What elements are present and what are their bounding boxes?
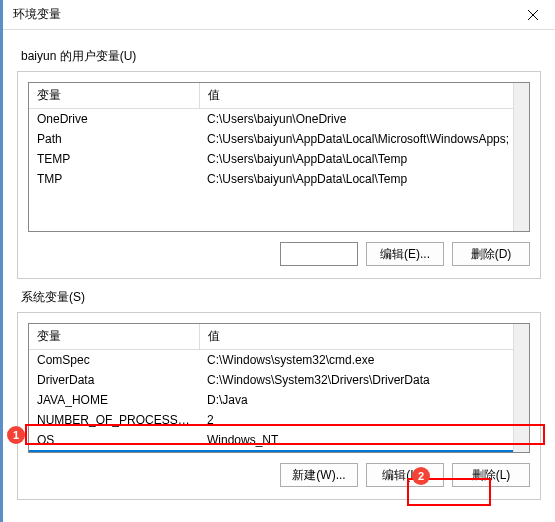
sys-vars-table-wrap: 变量 值 ComSpecC:\Windows\system32\cmd.exeD… [28, 323, 530, 453]
window-title: 环境变量 [13, 6, 61, 23]
user-col-value[interactable]: 值 [199, 83, 529, 109]
cell-var-name: Path [29, 450, 199, 453]
annotation-badge-1: 1 [7, 426, 25, 444]
sys-scrollbar[interactable] [513, 324, 529, 452]
sys-col-name[interactable]: 变量 [29, 324, 199, 350]
table-row[interactable]: DriverDataC:\Windows\System32\Drivers\Dr… [29, 370, 529, 390]
user-vars-table-wrap: 变量 值 OneDriveC:\Users\baiyun\OneDrivePat… [28, 82, 530, 232]
cell-var-value: C:\Users\baiyun\OneDrive [199, 109, 529, 130]
user-vars-label: baiyun 的用户变量(U) [21, 48, 537, 65]
cell-var-name: DriverData [29, 370, 199, 390]
table-row[interactable]: TMPC:\Users\baiyun\AppData\Local\Temp [29, 169, 529, 189]
sys-vars-label: 系统变量(S) [21, 289, 537, 306]
titlebar: 环境变量 [3, 0, 555, 30]
sys-col-value[interactable]: 值 [199, 324, 529, 350]
sys-new-button[interactable]: 新建(W)... [280, 463, 358, 487]
cell-var-name: ComSpec [29, 350, 199, 371]
cell-var-value: C:\Users\baiyun\AppData\Local\Temp [199, 169, 529, 189]
cell-var-value: 2 [199, 410, 529, 430]
cell-var-name: JAVA_HOME [29, 390, 199, 410]
user-button-row: 编辑(E)... 删除(D) [28, 242, 530, 266]
user-vars-group: 变量 值 OneDriveC:\Users\baiyun\OneDrivePat… [17, 71, 541, 279]
table-row[interactable]: OneDriveC:\Users\baiyun\OneDrive [29, 109, 529, 130]
sys-delete-button[interactable]: 删除(L) [452, 463, 530, 487]
close-button[interactable] [510, 0, 555, 30]
user-edit-button[interactable]: 编辑(E)... [366, 242, 444, 266]
annotation-badge-2: 2 [412, 467, 430, 485]
cell-var-value: C:\Windows\System32\Drivers\DriverData [199, 370, 529, 390]
cell-var-name: Path [29, 129, 199, 149]
dialog-content: baiyun 的用户变量(U) 变量 值 OneDriveC:\Users\ba… [3, 30, 555, 518]
table-row[interactable]: JAVA_HOMED:\Java [29, 390, 529, 410]
sys-edit-button[interactable]: 编辑(I)... [366, 463, 444, 487]
table-row[interactable]: PathC:\Program Files (x86)\Common Files\… [29, 450, 529, 453]
cell-var-name: TMP [29, 169, 199, 189]
cell-var-value: D:\Java [199, 390, 529, 410]
user-delete-button[interactable]: 删除(D) [452, 242, 530, 266]
cell-var-name: OneDrive [29, 109, 199, 130]
user-vars-table[interactable]: 变量 值 OneDriveC:\Users\baiyun\OneDrivePat… [29, 83, 529, 189]
sys-button-row: 新建(W)... 编辑(I)... 删除(L) [28, 463, 530, 487]
close-icon [528, 10, 538, 20]
cell-var-name: NUMBER_OF_PROCESSORS [29, 410, 199, 430]
cell-var-value: C:\Program Files (x86)\Common Files\Orac… [199, 450, 529, 453]
user-scrollbar[interactable] [513, 83, 529, 231]
cell-var-value: C:\Windows\system32\cmd.exe [199, 350, 529, 371]
cell-var-name: TEMP [29, 149, 199, 169]
user-col-name[interactable]: 变量 [29, 83, 199, 109]
table-row[interactable]: ComSpecC:\Windows\system32\cmd.exe [29, 350, 529, 371]
cell-var-name: OS [29, 430, 199, 450]
table-row[interactable]: PathC:\Users\baiyun\AppData\Local\Micros… [29, 129, 529, 149]
table-row[interactable]: TEMPC:\Users\baiyun\AppData\Local\Temp [29, 149, 529, 169]
cell-var-value: C:\Users\baiyun\AppData\Local\Microsoft\… [199, 129, 529, 149]
sys-vars-table[interactable]: 变量 值 ComSpecC:\Windows\system32\cmd.exeD… [29, 324, 529, 453]
cell-var-value: Windows_NT [199, 430, 529, 450]
cell-var-value: C:\Users\baiyun\AppData\Local\Temp [199, 149, 529, 169]
table-row[interactable]: NUMBER_OF_PROCESSORS2 [29, 410, 529, 430]
user-new-input[interactable] [280, 242, 358, 266]
table-row[interactable]: OSWindows_NT [29, 430, 529, 450]
sys-vars-group: 变量 值 ComSpecC:\Windows\system32\cmd.exeD… [17, 312, 541, 500]
